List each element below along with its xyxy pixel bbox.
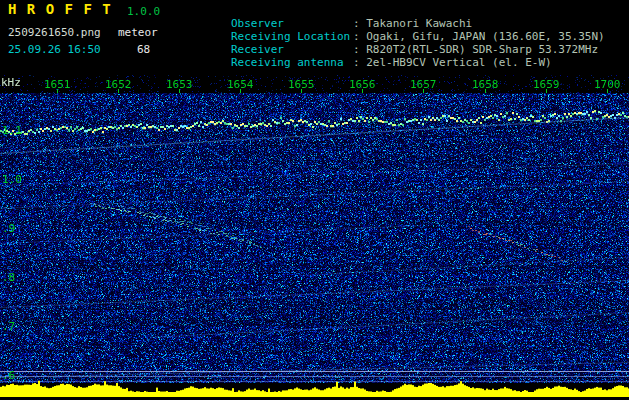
freq-unit-label: kHz [1, 76, 21, 89]
app-version: 1.0.0 [127, 5, 160, 18]
spectrogram-canvas [0, 75, 629, 400]
info-value-antenna: : 2el-HB9CV Vertical (el. E-W) [353, 56, 552, 69]
mode-label: meteor [118, 26, 158, 39]
info-value-observer: : Takanori Kawachi [353, 17, 472, 30]
freq-tick-label-1: 1.0 [2, 173, 22, 186]
freq-tick-label-5: .6 [2, 369, 15, 382]
info-label-antenna: Receiving antenna [231, 56, 353, 69]
time-tick-label-1: 1652 [105, 78, 132, 91]
info-row-observer: Observer: Takanori Kawachi [178, 4, 605, 17]
freq-tick-label-3: .8 [2, 271, 15, 284]
info-label-receiver: Receiver [231, 43, 353, 56]
output-filename: 2509261650.png [8, 26, 101, 39]
time-tick-label-9: 1700 [594, 78, 621, 91]
freq-tick-label-2: .9 [2, 222, 15, 235]
freq-tick-label-0: 1.1 [2, 124, 22, 137]
spectrogram-panel: kHz 1651 1652 1653 1654 1655 1656 1657 1… [0, 75, 629, 400]
time-tick-label-2: 1653 [166, 78, 193, 91]
info-label-observer: Observer [231, 17, 353, 30]
observation-datetime: 25.09.26 16:50 [8, 43, 101, 56]
app-title: H R O F F T [8, 3, 112, 16]
time-tick-label-0: 1651 [44, 78, 71, 91]
freq-tick-label-4: .7 [2, 320, 15, 333]
time-tick-label-3: 1654 [227, 78, 254, 91]
time-tick-label-8: 1659 [533, 78, 560, 91]
hrofft-window: H R O F F T 1.0.0 2509261650.png meteor … [0, 0, 629, 400]
time-tick-label-6: 1657 [410, 78, 437, 91]
station-info: Observer: Takanori Kawachi Receiving Loc… [178, 4, 605, 56]
info-label-location: Receiving Location [231, 30, 353, 43]
time-tick-label-7: 1658 [472, 78, 499, 91]
time-tick-label-5: 1656 [349, 78, 376, 91]
time-tick-label-4: 1655 [288, 78, 315, 91]
echo-count: 68 [137, 43, 150, 56]
info-value-receiver: : R820T2(RTL-SDR) SDR-Sharp 53.372MHz [353, 43, 598, 56]
info-value-location: : Ogaki, Gifu, JAPAN (136.60E, 35.35N) [353, 30, 605, 43]
